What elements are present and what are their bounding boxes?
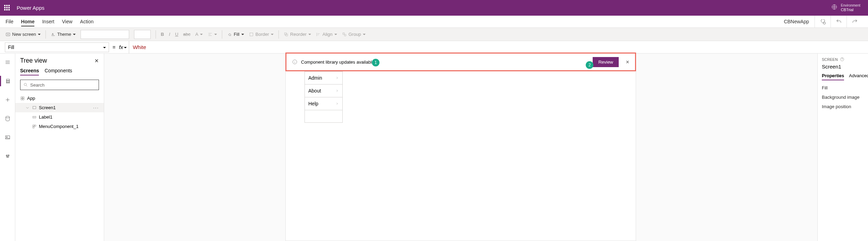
rail-media[interactable]	[0, 132, 15, 143]
app-launcher-icon[interactable]	[4, 5, 10, 11]
rail-insert[interactable]	[0, 95, 15, 105]
fill-button[interactable]: Fill	[227, 32, 244, 37]
search-icon	[23, 82, 28, 87]
font-size-combo[interactable]	[134, 30, 151, 39]
artboard[interactable]: Home Admin About Help	[285, 71, 636, 241]
tree-label-node[interactable]: Label1	[15, 112, 104, 122]
tree-item-label: Screen1	[39, 105, 56, 110]
svg-rect-9	[7, 81, 10, 82]
svg-rect-26	[33, 127, 34, 128]
rail-hamburger[interactable]	[0, 57, 15, 67]
canvas-menu-label: About	[308, 88, 321, 94]
update-notification: Component library updates available 1 Re…	[285, 53, 636, 71]
props-tab-advanced[interactable]: Advanced	[849, 73, 868, 80]
strike-button[interactable]: abc	[183, 32, 191, 37]
border-label: Border	[256, 32, 269, 37]
new-screen-label: New screen	[12, 32, 36, 37]
close-panel-button[interactable]: ✕	[94, 58, 99, 64]
formula-value: White	[133, 44, 146, 50]
search-placeholder: Search	[30, 82, 44, 88]
environment-picker[interactable]: Environment CBTrial	[831, 3, 860, 12]
group-label: Group	[349, 32, 361, 37]
tree-view-panel: Tree view ✕ Screens Components Search Ap…	[15, 54, 104, 241]
chevron-down-icon	[103, 45, 106, 50]
rail-advanced[interactable]	[0, 151, 15, 161]
formula-bar: Fill = fx White	[0, 41, 868, 54]
environment-label: Environment	[841, 3, 860, 8]
svg-rect-3	[250, 33, 253, 36]
svg-rect-6	[343, 33, 344, 34]
label-icon	[32, 115, 37, 120]
formula-input[interactable]: White	[129, 41, 868, 54]
fill-label: Fill	[234, 32, 240, 37]
menu-insert[interactable]: Insert	[42, 19, 54, 24]
undo-icon[interactable]	[831, 16, 846, 28]
new-screen-button[interactable]: New screen	[6, 32, 41, 37]
tree-app-node[interactable]: App	[15, 94, 104, 103]
align-button[interactable]: Align	[316, 32, 337, 37]
canvas-menu-component[interactable]: Home Admin About Help	[304, 71, 343, 123]
reorder-label: Reorder	[290, 32, 307, 37]
chevron-down-icon	[25, 105, 30, 110]
tree-item-label: Label1	[39, 114, 52, 120]
more-icon[interactable]: ···	[93, 105, 99, 110]
tab-components[interactable]: Components	[44, 68, 72, 75]
redo-icon[interactable]	[846, 16, 862, 28]
bold-button[interactable]: B	[161, 32, 164, 37]
toolbar: New screen Theme B I U abc A Fill Border…	[0, 28, 868, 41]
fx-button[interactable]: fx	[119, 44, 127, 50]
chevron-down-icon	[38, 32, 41, 37]
italic-button[interactable]: I	[169, 32, 170, 37]
tree-component-node[interactable]: MenuComponent_1	[15, 122, 104, 131]
props-tab-properties[interactable]: Properties	[822, 73, 844, 80]
menu-home[interactable]: Home	[21, 19, 35, 26]
menu-file[interactable]: File	[6, 19, 14, 24]
main-area: Tree view ✕ Screens Components Search Ap…	[0, 54, 868, 241]
properties-panel: SCREEN Screen1 Properties Advanced Fill …	[817, 54, 868, 241]
prop-row-image-position[interactable]: Image position	[822, 104, 864, 109]
canvas-menu-item[interactable]: About	[304, 84, 343, 97]
theme-button[interactable]: Theme	[51, 32, 76, 37]
underline-button[interactable]: U	[175, 32, 178, 37]
globe-icon	[831, 4, 837, 11]
canvas-menu-item[interactable]: Admin	[304, 71, 343, 84]
chevron-down-icon	[271, 32, 274, 37]
chevron-down-icon	[73, 32, 76, 37]
selected-element-name: Screen1	[822, 64, 864, 70]
review-button[interactable]: Review	[593, 57, 619, 67]
health-icon[interactable]	[815, 16, 831, 28]
callout-badge-2: 2	[586, 61, 593, 69]
text-align-button[interactable]	[208, 32, 217, 37]
close-notification-button[interactable]: ✕	[626, 59, 629, 65]
font-combo[interactable]	[81, 30, 129, 39]
notification-text: Component library updates available	[301, 59, 374, 65]
rail-data[interactable]	[0, 113, 15, 124]
search-input[interactable]: Search	[20, 80, 99, 90]
canvas-menu-label: Help	[308, 101, 318, 106]
screen-icon	[32, 105, 37, 110]
canvas-menu-label: Admin	[308, 75, 322, 81]
svg-rect-5	[286, 34, 288, 36]
rail-tree-view[interactable]	[0, 76, 15, 86]
prop-row-fill[interactable]: Fill	[822, 85, 864, 90]
canvas-menu-empty	[304, 110, 343, 123]
menu-action[interactable]: Action	[80, 19, 94, 24]
reorder-button[interactable]: Reorder	[284, 32, 311, 37]
properties-section-label: SCREEN	[822, 57, 864, 62]
prop-row-bg-image[interactable]: Background image	[822, 95, 864, 100]
chevron-down-icon	[241, 32, 244, 37]
group-button[interactable]: Group	[342, 32, 366, 37]
product-title: Power Apps	[17, 5, 44, 11]
menu-view[interactable]: View	[62, 19, 72, 24]
property-selector[interactable]: Fill	[5, 42, 109, 52]
help-icon[interactable]	[840, 57, 844, 62]
svg-rect-7	[344, 34, 346, 36]
tree-app-label: App	[27, 96, 35, 101]
top-bar: Power Apps Environment CBTrial	[0, 0, 868, 16]
canvas-menu-item[interactable]: Help	[304, 97, 343, 110]
border-button[interactable]: Border	[249, 32, 274, 37]
font-color-button[interactable]: A	[195, 32, 203, 37]
tree-screen-node[interactable]: Screen1 ···	[15, 103, 104, 112]
tab-screens[interactable]: Screens	[20, 68, 39, 75]
app-name: CBNewApp	[784, 19, 809, 24]
